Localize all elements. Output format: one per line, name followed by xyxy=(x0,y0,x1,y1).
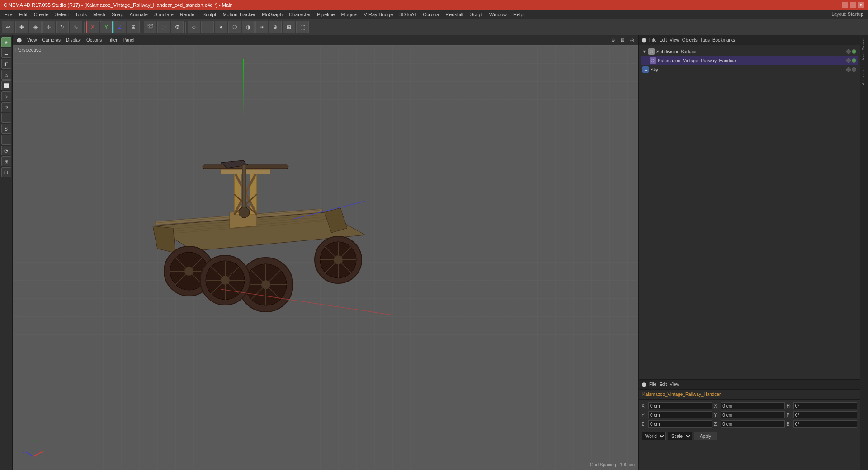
obj-dot1-kalamazoo[interactable] xyxy=(846,58,851,63)
menu-animate[interactable]: Animate xyxy=(127,11,151,18)
rotate-button[interactable]: ↻ xyxy=(56,21,69,33)
menu-script[interactable]: Script xyxy=(467,11,486,18)
om-tags-menu[interactable]: Tags xyxy=(700,38,710,42)
move-button[interactable]: ✛ xyxy=(42,21,55,33)
attr-input-z-pos[interactable] xyxy=(648,420,712,428)
menu-tools[interactable]: Tools xyxy=(72,11,90,18)
om-objects-menu[interactable]: Objects xyxy=(682,38,698,42)
minimize-button[interactable]: ─ xyxy=(842,2,848,8)
menu-vray[interactable]: V-Ray Bridge xyxy=(361,11,396,18)
object-item-kalamazoo[interactable]: ⬡ Kalamazoo_Vintage_Railway_Handcar xyxy=(641,56,858,65)
om-file-menu[interactable]: File xyxy=(649,38,656,42)
tool-grid[interactable]: ⊞ xyxy=(1,156,11,166)
obj-dot2-kalamazoo[interactable] xyxy=(852,58,856,63)
viewport-icon-3[interactable]: ◎ xyxy=(628,37,637,43)
viewport-icon-2[interactable]: ⊞ xyxy=(618,37,627,43)
add-object-button[interactable]: ✚ xyxy=(15,21,28,33)
menu-sculpt[interactable]: Sculpt xyxy=(200,11,219,18)
menu-corona[interactable]: Corona xyxy=(420,11,442,18)
viewport-panel-menu[interactable]: Panel xyxy=(121,37,137,43)
transform-mode-select[interactable]: Scale xyxy=(668,432,692,440)
om-edit-menu[interactable]: Edit xyxy=(659,38,667,42)
viewport[interactable]: Perspective xyxy=(13,45,638,470)
camera-btn[interactable]: ⬚ xyxy=(296,21,309,33)
undo-button[interactable]: ↩ xyxy=(2,21,14,33)
obj-dot1-sky[interactable] xyxy=(846,67,851,72)
obj-dot2-sky[interactable] xyxy=(852,67,856,72)
y-axis-btn[interactable]: Y xyxy=(100,21,113,33)
menu-select[interactable]: Select xyxy=(52,11,72,18)
obj-dot2-subdivision[interactable] xyxy=(852,49,856,54)
tool-loop[interactable]: ↺ xyxy=(1,102,11,112)
menu-window[interactable]: Window xyxy=(486,11,509,18)
viewport-view-menu[interactable]: View xyxy=(25,37,39,43)
menu-edit[interactable]: Edit xyxy=(16,11,30,18)
viewport-display-menu[interactable]: Display xyxy=(64,37,83,43)
select-button[interactable]: ◈ xyxy=(29,21,42,33)
attr-file-menu[interactable]: File xyxy=(649,382,656,387)
menu-3dtoall[interactable]: 3DToAll xyxy=(396,11,419,18)
close-button[interactable]: ✕ xyxy=(858,2,864,8)
menu-mesh[interactable]: Mesh xyxy=(90,11,108,18)
attr-input-z-scale[interactable] xyxy=(721,420,784,428)
menu-motion-tracker[interactable]: Motion Tracker xyxy=(220,11,258,18)
attr-edit-menu[interactable]: Edit xyxy=(659,382,667,387)
menu-render[interactable]: Render xyxy=(177,11,199,18)
viewport-options-menu[interactable]: Options xyxy=(84,37,104,43)
viewport-cameras-menu[interactable]: Cameras xyxy=(40,37,63,43)
attr-view-menu[interactable]: View xyxy=(670,382,679,387)
coord-system-select[interactable]: World xyxy=(642,432,666,440)
z-axis-btn[interactable]: Z xyxy=(113,21,126,33)
obj-dot1-subdivision[interactable] xyxy=(846,49,851,54)
render-settings-btn[interactable]: ⚙ xyxy=(171,21,184,33)
menu-character[interactable]: Character xyxy=(286,11,313,18)
attr-input-b[interactable] xyxy=(793,420,857,428)
tool-select[interactable]: ☰ xyxy=(1,48,11,58)
attr-input-h[interactable] xyxy=(793,402,857,409)
dynamics-btn[interactable]: ≋ xyxy=(255,21,268,33)
menu-create[interactable]: Create xyxy=(31,11,52,18)
asset-browser-tab[interactable]: Asset Browser xyxy=(861,37,868,61)
menu-pipeline[interactable]: Pipeline xyxy=(314,11,337,18)
attributes-tab[interactable]: Attributes xyxy=(861,70,868,85)
menu-simulate[interactable]: Simulate xyxy=(151,11,176,18)
maximize-button[interactable]: □ xyxy=(850,2,856,8)
menu-plugins[interactable]: Plugins xyxy=(338,11,360,18)
tool-poly[interactable]: ⬡ xyxy=(1,167,11,177)
viewport-icon-1[interactable]: ⊕ xyxy=(609,37,617,43)
om-view-menu[interactable]: View xyxy=(670,38,679,42)
tool-magnet[interactable]: ⌒ xyxy=(1,113,11,123)
render-view-btn[interactable]: 🎬 xyxy=(144,21,156,33)
edge-mode-btn[interactable]: ◻ xyxy=(201,21,214,33)
obj-mode-btn[interactable]: ⬡ xyxy=(228,21,241,33)
tool-model[interactable]: ◈ xyxy=(1,37,11,47)
menu-mograph[interactable]: MoGraph xyxy=(259,11,285,18)
viewport-filter-menu[interactable]: Filter xyxy=(105,37,119,43)
scale-button[interactable]: ⤡ xyxy=(70,21,82,33)
object-item-subdivision[interactable]: ▼ ⬡ Subdivision Surface xyxy=(641,47,858,56)
reference-btn[interactable]: ⊞ xyxy=(127,21,140,33)
tool-brush[interactable]: ◔ xyxy=(1,146,11,155)
attr-input-x-scale[interactable] xyxy=(721,402,784,409)
window-controls[interactable]: ─ □ ✕ xyxy=(842,2,864,8)
tool-bend[interactable]: ⌐ xyxy=(1,135,11,145)
apply-button[interactable]: Apply xyxy=(694,432,717,440)
attr-input-y-scale[interactable] xyxy=(721,411,784,418)
poly-mode-btn[interactable]: ◇ xyxy=(188,21,200,33)
attr-input-p[interactable] xyxy=(793,411,857,418)
menu-help[interactable]: Help xyxy=(510,11,526,18)
material-btn[interactable]: ◑ xyxy=(242,21,255,33)
render-btn[interactable]: 🎥 xyxy=(157,21,170,33)
grid-btn[interactable]: ⊞ xyxy=(283,21,295,33)
menu-snap[interactable]: Snap xyxy=(109,11,126,18)
tool-paint[interactable]: ◧ xyxy=(1,59,11,69)
menu-file[interactable]: File xyxy=(2,11,15,18)
menu-redshift[interactable]: Redshift xyxy=(443,11,466,18)
tool-knife[interactable]: △ xyxy=(1,70,11,80)
tool-bevel[interactable]: ▷ xyxy=(1,91,11,101)
om-bookmarks-menu[interactable]: Bookmarks xyxy=(712,38,735,42)
attr-input-x-pos[interactable] xyxy=(648,402,712,409)
tool-spline[interactable]: S xyxy=(1,124,11,134)
snap-btn[interactable]: ⊕ xyxy=(269,21,282,33)
tool-extrude[interactable]: ⬜ xyxy=(1,80,11,90)
